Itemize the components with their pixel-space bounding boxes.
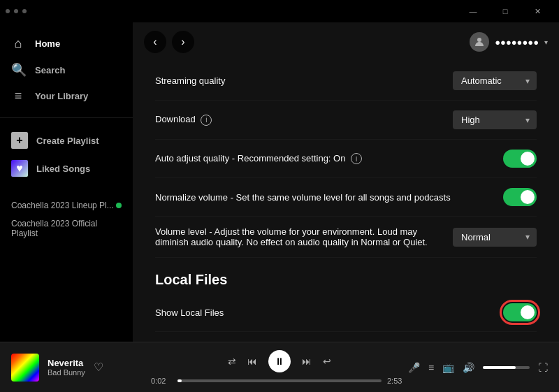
playlist-item-coachella-official[interactable]: Coachella 2023 Official Playlist: [0, 215, 133, 242]
sidebar-item-search[interactable]: 🔍 Search: [0, 57, 133, 83]
titlebar: — □ ✕: [0, 0, 559, 22]
volume-level-label: Volume level - Adjust the volume for you…: [155, 226, 453, 247]
normalize-volume-row: Normalize volume - Set the same volume l…: [155, 178, 537, 217]
search-icon: 🔍: [11, 62, 25, 78]
album-art: [11, 354, 39, 382]
volume-bar[interactable]: [483, 366, 530, 369]
auto-adjust-info-icon[interactable]: i: [351, 153, 362, 164]
streaming-quality-row: Streaming quality Automatic Low Normal H…: [155, 61, 537, 101]
playlist-name: Coachella 2023 Official Playlist: [11, 219, 122, 238]
window-controls: — □ ✕: [457, 0, 553, 22]
auto-adjust-toggle[interactable]: [503, 150, 537, 168]
download-dropdown[interactable]: Low Normal High Very High: [453, 110, 537, 129]
liked-songs-icon: ♥: [11, 160, 28, 177]
volume-fill: [483, 366, 516, 369]
sidebar-actions: + Create Playlist ♥ Liked Songs: [0, 117, 133, 191]
maximize-button[interactable]: □: [489, 0, 521, 22]
now-playing-center: ⇄ ⏮ ⏸ ⏭ ↩ 0:02 2:53: [151, 350, 408, 385]
fullscreen-button[interactable]: ⛶: [538, 362, 548, 373]
streaming-quality-dropdown[interactable]: Automatic Low Normal High Very High: [453, 71, 537, 90]
titlebar-menu-dots[interactable]: [6, 9, 27, 13]
show-local-files-label: Show Local Files: [155, 307, 503, 318]
normalize-volume-toggle[interactable]: [503, 188, 537, 206]
content-area: ‹ › ●●●●●●●● ▾ Streaming quality Automat…: [133, 22, 559, 342]
total-time: 2:53: [387, 377, 408, 385]
menu-dot: [14, 9, 18, 13]
create-playlist-label: Create Playlist: [36, 136, 99, 146]
user-name: ●●●●●●●●: [495, 37, 539, 48]
local-files-header: Local Files: [155, 258, 537, 293]
create-playlist-icon: +: [11, 132, 28, 149]
download-info-icon[interactable]: i: [201, 115, 212, 126]
like-button[interactable]: ♡: [94, 361, 103, 374]
back-button[interactable]: ‹: [144, 31, 166, 53]
sidebar-item-home-label: Home: [35, 38, 60, 49]
sidebar-item-library[interactable]: ≡ Your Library: [0, 83, 133, 109]
settings-scroll: Streaming quality Automatic Low Normal H…: [133, 61, 559, 342]
sidebar-item-home[interactable]: ⌂ Home: [0, 31, 133, 57]
sidebar-playlists: Coachella 2023 Lineup Pl... Coachella 20…: [0, 191, 133, 248]
current-time: 0:02: [151, 377, 172, 385]
progress-fill: [177, 379, 182, 382]
nav-bar: ‹ › ●●●●●●●● ▾: [133, 22, 559, 61]
track-artist: Bad Bunny: [48, 368, 85, 377]
minimize-button[interactable]: —: [457, 0, 489, 22]
liked-songs-label: Liked Songs: [36, 164, 90, 174]
user-avatar: [470, 32, 489, 52]
next-button[interactable]: ⏭: [302, 356, 312, 367]
previous-button[interactable]: ⏮: [247, 356, 257, 367]
now-playing-right: 🎤 ≡ 📺 🔊 ⛶: [408, 362, 548, 373]
normalize-volume-label: Normalize volume - Set the same volume l…: [155, 192, 503, 203]
main-layout: ⌂ Home 🔍 Search ≡ Your Library + Create …: [0, 22, 559, 342]
svg-point-0: [477, 38, 481, 42]
sidebar-nav: ⌂ Home 🔍 Search ≡ Your Library: [0, 22, 133, 117]
streaming-quality-dropdown-wrapper: Automatic Low Normal High Very High: [453, 71, 537, 90]
repeat-button[interactable]: ↩: [323, 356, 331, 367]
progress-bar-container: 0:02 2:53: [151, 377, 408, 385]
now-playing-left: Neverita Bad Bunny ♡: [11, 354, 151, 382]
sidebar: ⌂ Home 🔍 Search ≡ Your Library + Create …: [0, 22, 133, 342]
show-songs-from-header: Show songs from: [155, 332, 537, 342]
volume-icon[interactable]: 🔊: [463, 362, 474, 373]
devices-button[interactable]: 📺: [442, 362, 454, 373]
volume-level-row: Volume level - Adjust the volume for you…: [155, 217, 537, 258]
progress-bar[interactable]: [177, 379, 382, 382]
close-button[interactable]: ✕: [521, 0, 553, 22]
library-icon: ≡: [11, 89, 25, 103]
liked-songs-action[interactable]: ♥ Liked Songs: [0, 154, 133, 182]
menu-dot: [6, 9, 10, 13]
volume-level-dropdown[interactable]: Quiet Normal Loud: [453, 228, 537, 247]
user-area[interactable]: ●●●●●●●● ▾: [470, 32, 548, 52]
track-name: Neverita: [48, 358, 85, 368]
create-playlist-action[interactable]: + Create Playlist: [0, 126, 133, 154]
now-playing-bar: Neverita Bad Bunny ♡ ⇄ ⏮ ⏸ ⏭ ↩ 0:02 2:53…: [0, 342, 559, 392]
streaming-quality-label: Streaming quality: [155, 75, 453, 86]
show-local-files-toggle[interactable]: [503, 303, 537, 321]
show-local-files-row: Show Local Files: [155, 293, 537, 332]
play-pause-button[interactable]: ⏸: [268, 350, 291, 372]
playlist-item-coachella-lineup[interactable]: Coachella 2023 Lineup Pl...: [0, 196, 133, 215]
player-controls: ⇄ ⏮ ⏸ ⏭ ↩: [228, 350, 331, 372]
playlist-active-dot: [116, 203, 122, 208]
shuffle-button[interactable]: ⇄: [228, 356, 236, 367]
playlist-name: Coachella 2023 Lineup Pl...: [11, 201, 114, 210]
auto-adjust-label: Auto adjust quality - Recommended settin…: [155, 153, 503, 165]
user-chevron-icon: ▾: [544, 38, 548, 46]
nav-arrows: ‹ ›: [144, 31, 194, 53]
home-icon: ⌂: [11, 36, 25, 51]
volume-level-dropdown-wrapper: Quiet Normal Loud: [453, 228, 537, 247]
queue-button[interactable]: ≡: [428, 362, 434, 373]
forward-button[interactable]: ›: [172, 31, 194, 53]
sidebar-item-library-label: Your Library: [35, 91, 88, 101]
auto-adjust-row: Auto adjust quality - Recommended settin…: [155, 140, 537, 178]
lyrics-button[interactable]: 🎤: [408, 362, 420, 373]
menu-dot: [22, 9, 27, 13]
download-label: Download i: [155, 114, 453, 126]
sidebar-item-search-label: Search: [35, 65, 65, 75]
download-row: Download i Low Normal High Very High: [155, 101, 537, 140]
download-dropdown-wrapper: Low Normal High Very High: [453, 110, 537, 129]
track-info: Neverita Bad Bunny: [48, 358, 85, 377]
